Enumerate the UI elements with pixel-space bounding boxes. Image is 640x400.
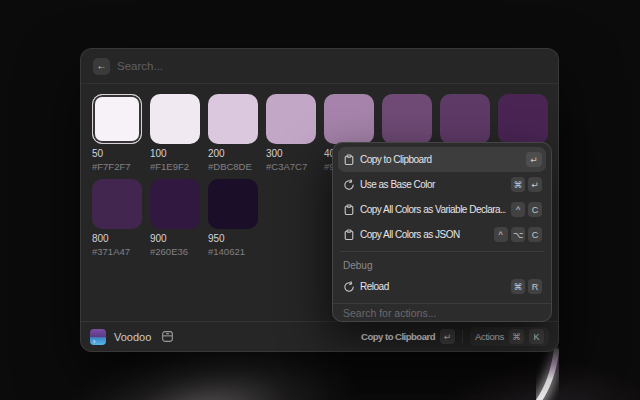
menu-divider (340, 251, 544, 252)
swatch-number: 300 (266, 148, 316, 159)
search-input[interactable]: Search... (117, 60, 163, 72)
desktop-background: ← Search... 50#F7F2F7100#F1E9F2200#DBC8D… (0, 0, 640, 400)
swatch-cell: 100#F1E9F2 (150, 94, 200, 172)
return-key-badge: ↵ (440, 329, 455, 344)
action-menu: Copy to Clipboard↵Use as Base Color⌘↵Cop… (332, 142, 552, 322)
swatch-cell: 50#F7F2F7 (92, 94, 142, 172)
key-badge: ↵ (528, 177, 542, 192)
clipboard-icon (343, 229, 355, 241)
primary-action-label[interactable]: Copy to Clipboard (361, 331, 435, 342)
swatch-hex: #DBC8DE (208, 161, 258, 172)
swatch-number: 900 (150, 233, 200, 244)
color-swatch[interactable] (92, 94, 142, 144)
color-swatch[interactable] (150, 179, 200, 229)
swatch-cell: 950#140621 (208, 179, 258, 257)
menu-item[interactable]: Reload⌘R (338, 274, 546, 299)
key-badge: C (528, 202, 542, 217)
app-icon: › (90, 329, 106, 345)
menu-item[interactable]: Copy to Clipboard↵ (338, 147, 546, 172)
menu-item-label: Use as Base Color (360, 179, 506, 190)
menu-item-label: Copy All Colors as Variable Declara... (360, 204, 506, 215)
menu-item[interactable]: Copy All Colors as JSON^⌥C (338, 222, 546, 247)
shortcut-keys: ↵ (526, 152, 542, 167)
color-swatch[interactable] (266, 94, 316, 144)
color-swatch[interactable] (440, 94, 490, 144)
action-search-input[interactable]: Search for actions... (333, 303, 551, 321)
cmd-key-badge: ⌘ (509, 329, 524, 344)
key-badge: ^ (494, 227, 508, 242)
color-swatch[interactable] (92, 179, 142, 229)
swatch-number: 950 (208, 233, 258, 244)
rotate-icon (343, 179, 355, 191)
color-swatch[interactable] (208, 179, 258, 229)
swatch-cell: 200#DBC8DE (208, 94, 258, 172)
color-swatch[interactable] (150, 94, 200, 144)
shortcut-keys: ⌘R (511, 279, 542, 294)
reload-icon (343, 281, 355, 293)
back-button[interactable]: ← (93, 58, 110, 75)
swatch-hex: #371A47 (92, 246, 142, 257)
shortcut-keys: ^⌥C (494, 227, 542, 242)
swatch-number: 50 (92, 148, 142, 159)
footer-separator (462, 330, 463, 343)
key-badge: ⌥ (511, 227, 525, 242)
key-badge: C (528, 227, 542, 242)
swatch-hex: #C3A7C7 (266, 161, 316, 172)
swatch-cell: 800#371A47 (92, 179, 142, 257)
color-swatch[interactable] (498, 94, 548, 144)
menu-item[interactable]: Use as Base Color⌘↵ (338, 172, 546, 197)
status-bar: › Voodoo Copy to Clipboard ↵ Actions ⌘ K (81, 321, 558, 351)
key-badge: ⌘ (511, 177, 525, 192)
swatch-hex: #140621 (208, 246, 258, 257)
menu-item[interactable]: Copy All Colors as Variable Declara...^C (338, 197, 546, 222)
menu-item-label: Copy All Colors as JSON (360, 229, 489, 240)
swatch-hex: #F7F2F7 (92, 161, 142, 172)
color-swatch[interactable] (382, 94, 432, 144)
app-name: Voodoo (114, 331, 151, 343)
key-badge: R (528, 279, 542, 294)
k-key-badge: K (529, 329, 544, 344)
key-badge: ^ (511, 202, 525, 217)
swatch-cell: 900#260E36 (150, 179, 200, 257)
color-swatch[interactable] (324, 94, 374, 144)
swatch-number: 800 (92, 233, 142, 244)
menu-section-label: Debug (338, 256, 546, 274)
swatch-number: 200 (208, 148, 258, 159)
menu-item-label: Reload (360, 281, 506, 292)
shortcut-keys: ⌘↵ (511, 177, 542, 192)
swatch-hex: #260E36 (150, 246, 200, 257)
save-icon[interactable] (161, 330, 174, 343)
shortcut-keys: ^C (511, 202, 542, 217)
menu-item-label: Copy to Clipboard (360, 154, 521, 165)
swatch-hex: #F1E9F2 (150, 161, 200, 172)
key-badge: ↵ (526, 152, 542, 167)
swatch-cell: 300#C3A7C7 (266, 94, 316, 172)
clipboard-icon (343, 204, 355, 216)
clipboard-icon (343, 154, 355, 166)
color-swatch[interactable] (208, 94, 258, 144)
key-badge: ⌘ (511, 279, 525, 294)
swatch-number: 100 (150, 148, 200, 159)
actions-button[interactable]: Actions ⌘ K (470, 327, 549, 346)
search-bar: ← Search... (81, 49, 558, 84)
